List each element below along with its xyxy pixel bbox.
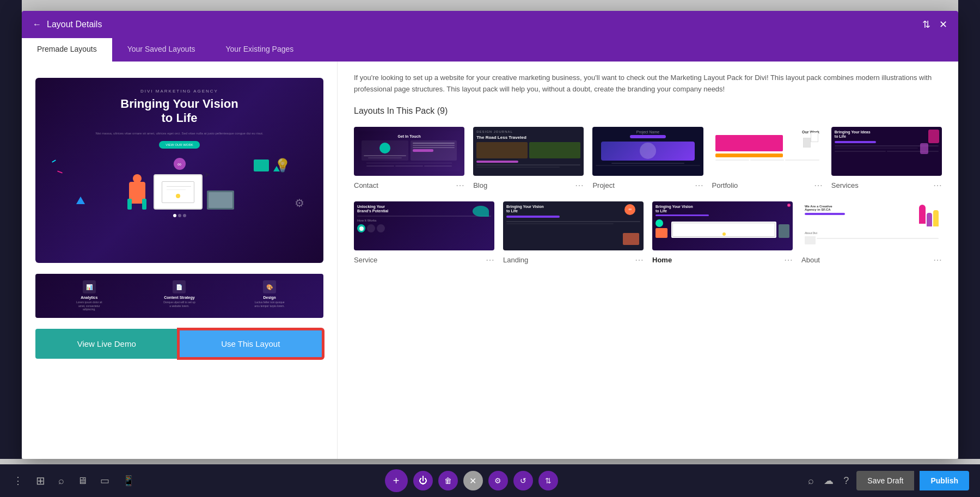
- history-button[interactable]: ↺: [513, 471, 533, 490]
- layouts-section-title: Layouts In This Pack (9): [354, 106, 942, 116]
- card-name-about: About: [801, 256, 820, 264]
- modal-tabs: Premade Layouts Your Saved Layouts Your …: [22, 38, 958, 62]
- modal-header-left: ← Layout Details: [33, 20, 102, 29]
- dark-side-panel-right: [958, 0, 980, 459]
- layouts-grid-row1: Get In Touch: [354, 127, 942, 191]
- illustration-rect: [254, 159, 269, 171]
- card-menu-home[interactable]: ⋯: [784, 255, 793, 265]
- power-button[interactable]: ⏻: [413, 471, 433, 490]
- preview-image: DIVI MARKETING AGENCY Bringing Your Visi…: [35, 78, 323, 263]
- illustration-laptop: [207, 191, 234, 210]
- layout-card-blog[interactable]: DESIGN JOURNAL The Road Less Traveled Bl…: [473, 127, 584, 191]
- sort-icon[interactable]: ⇅: [922, 19, 930, 30]
- layout-card-home[interactable]: Bringing Your Visionto Life: [652, 201, 793, 265]
- illustration-triangle2: [273, 166, 280, 171]
- card-thumbnail-services: Bringing Your Ideasto Life: [831, 127, 942, 176]
- card-thumbnail-home: Bringing Your Visionto Life: [652, 201, 793, 250]
- card-name-services: Services: [831, 181, 859, 189]
- bottom-toolbar: ⋮ ⊞ ⌕ 🖥 ▭ 📱 + ⏻ 🗑 ✕ ⚙ ↺ ⇅ ⌕ ☁ ? Save Dra…: [0, 464, 980, 497]
- card-name-contact: Contact: [354, 181, 378, 189]
- preview-cta-btn: VIEW OUR WORK: [159, 141, 200, 149]
- description-text: If you're looking to set up a website fo…: [354, 72, 942, 95]
- publish-button[interactable]: Publish: [920, 471, 969, 490]
- tab-premade-layouts[interactable]: Premade Layouts: [22, 38, 112, 62]
- illustration-chat: ∞: [174, 158, 186, 170]
- card-footer-home: Home ⋯: [652, 255, 793, 265]
- save-draft-button[interactable]: Save Draft: [856, 471, 914, 490]
- tab-existing-pages[interactable]: Your Existing Pages: [211, 38, 309, 62]
- card-footer-portfolio: Portfolio ⋯: [712, 180, 823, 191]
- live-demo-button[interactable]: View Live Demo: [35, 329, 178, 359]
- layout-card-about[interactable]: We Are a CreativeAgency in SF.CA About D…: [801, 201, 942, 265]
- card-footer-services: Services ⋯: [831, 180, 942, 191]
- back-icon[interactable]: ←: [33, 20, 41, 29]
- cloud-icon[interactable]: ☁: [822, 473, 836, 489]
- card-menu-landing[interactable]: ⋯: [635, 255, 644, 265]
- card-name-blog: Blog: [473, 181, 487, 189]
- card-thumbnail-landing: Bringing Your Visionto Life ∞: [503, 201, 644, 250]
- close-icon[interactable]: ✕: [939, 19, 947, 30]
- card-name-landing: Landing: [503, 256, 528, 264]
- left-panel: DIVI MARKETING AGENCY Bringing Your Visi…: [22, 62, 338, 459]
- card-menu-portfolio[interactable]: ⋯: [814, 180, 823, 191]
- card-menu-contact[interactable]: ⋯: [456, 180, 464, 191]
- layout-modal: ← Layout Details ⇅ ✕ Premade Layouts You…: [22, 11, 958, 459]
- agency-tag: DIVI MARKETING AGENCY: [46, 89, 313, 94]
- illustration-triangle: [76, 197, 85, 204]
- layout-card-project[interactable]: Project Name Project ⋯: [592, 127, 703, 191]
- right-panel: If you're looking to set up a website fo…: [338, 62, 958, 459]
- card-name-home: Home: [652, 256, 672, 264]
- add-button[interactable]: +: [385, 469, 408, 492]
- tablet-view-icon[interactable]: ▭: [98, 473, 112, 489]
- illustration-gear: ⚙: [295, 197, 304, 210]
- modal-title: Layout Details: [47, 20, 102, 29]
- feature-design: 🎨 Design Luctus feller non quoque arcu t…: [253, 280, 286, 311]
- card-thumbnail-blog: DESIGN JOURNAL The Road Less Traveled: [473, 127, 584, 176]
- search-icon[interactable]: ⌕: [806, 473, 816, 489]
- modal-body: DIVI MARKETING AGENCY Bringing Your Visi…: [22, 62, 958, 459]
- card-footer-blog: Blog ⋯: [473, 180, 584, 191]
- modal-header: ← Layout Details ⇅ ✕: [22, 11, 958, 38]
- card-footer-about: About ⋯: [801, 255, 942, 265]
- card-menu-about[interactable]: ⋯: [933, 255, 942, 265]
- card-thumbnail-contact: Get In Touch: [354, 127, 464, 176]
- card-menu-service[interactable]: ⋯: [486, 255, 494, 265]
- card-menu-blog[interactable]: ⋯: [575, 180, 584, 191]
- search-view-icon[interactable]: ⌕: [56, 473, 66, 489]
- card-menu-services[interactable]: ⋯: [933, 180, 942, 191]
- card-name-project: Project: [592, 181, 614, 189]
- card-menu-project[interactable]: ⋯: [695, 180, 703, 191]
- feature-content: 📄 Content Strategy Donque ulput will to …: [163, 280, 195, 311]
- layout-card-landing[interactable]: Bringing Your Visionto Life ∞ Landing ⋯: [503, 201, 644, 265]
- layout-card-contact[interactable]: Get In Touch: [354, 127, 464, 191]
- card-thumbnail-service: Unlocking YourBrand's Potential How It W…: [354, 201, 494, 250]
- settings-dots-icon[interactable]: ⋮: [11, 473, 25, 489]
- gear-button[interactable]: ⚙: [488, 471, 508, 490]
- action-buttons: View Live Demo Use This Layout: [35, 329, 323, 359]
- modal-header-right: ⇅ ✕: [922, 19, 947, 30]
- delete-button[interactable]: 🗑: [438, 471, 458, 490]
- feature-analytics: 📊 Analytics Lorem ipsum dolor sit amet, …: [73, 280, 106, 311]
- layout-card-services[interactable]: Bringing Your Ideasto Life Services ⋯: [831, 127, 942, 191]
- illustration-person: [125, 174, 149, 210]
- help-icon[interactable]: ?: [841, 473, 851, 489]
- layouts-grid-row2: Unlocking YourBrand's Potential How It W…: [354, 201, 942, 265]
- card-name-service: Service: [354, 256, 377, 264]
- toolbar-center-icons: + ⏻ 🗑 ✕ ⚙ ↺ ⇅: [385, 469, 558, 492]
- grid-view-icon[interactable]: ⊞: [34, 472, 47, 489]
- exit-button[interactable]: ✕: [463, 471, 483, 490]
- layout-card-service[interactable]: Unlocking YourBrand's Potential How It W…: [354, 201, 494, 265]
- preview-dots: [46, 214, 313, 217]
- card-thumbnail-project: Project Name: [592, 127, 703, 176]
- card-footer-landing: Landing ⋯: [503, 255, 644, 265]
- card-footer-project: Project ⋯: [592, 180, 703, 191]
- use-layout-button[interactable]: Use This Layout: [178, 329, 324, 359]
- layout-card-portfolio[interactable]: Our Work Port: [712, 127, 823, 191]
- desktop-view-icon[interactable]: 🖥: [75, 473, 89, 489]
- card-thumbnail-portfolio: Our Work: [712, 127, 823, 176]
- preview-subtitle: Nisi massa, ultrices vitae ornare sit am…: [46, 131, 313, 136]
- mobile-view-icon[interactable]: 📱: [120, 473, 137, 489]
- tab-saved-layouts[interactable]: Your Saved Layouts: [112, 38, 211, 62]
- card-thumbnail-about: We Are a CreativeAgency in SF.CA About D…: [801, 201, 942, 250]
- compare-button[interactable]: ⇅: [538, 471, 558, 490]
